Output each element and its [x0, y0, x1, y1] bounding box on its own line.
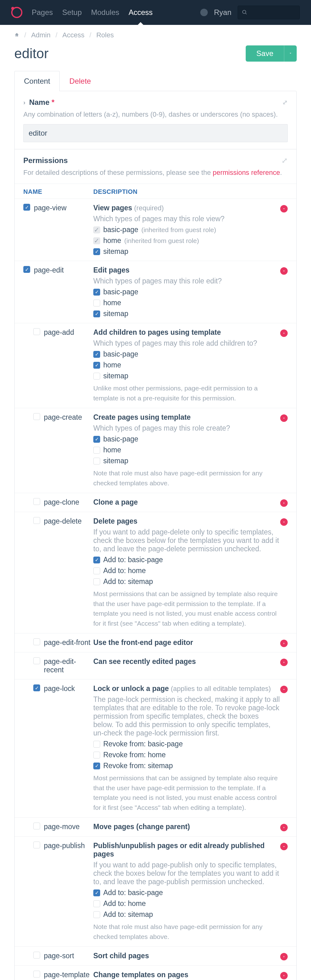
checkbox[interactable]: ✓	[93, 762, 100, 769]
main-nav: Pages Setup Modules Access	[32, 0, 153, 25]
content-panel: › Name * ⤢ Any combination of letters (a…	[14, 91, 297, 980]
checkbox[interactable]	[93, 911, 100, 918]
checkbox[interactable]: ✓	[93, 310, 100, 317]
name-input[interactable]	[23, 124, 288, 142]
nav-access[interactable]: Access	[129, 0, 153, 25]
breadcrumb: / Admin / Access / Roles	[0, 25, 311, 45]
checkbox[interactable]: ✓	[23, 266, 30, 273]
home-icon[interactable]	[14, 31, 19, 39]
bc-roles[interactable]: Roles	[97, 31, 114, 39]
search-icon	[242, 8, 247, 17]
checkbox[interactable]	[93, 741, 100, 748]
checkbox[interactable]	[33, 498, 40, 505]
perm-row-page-edit-recent: page-edit-recent Can see recently edited…	[14, 652, 297, 679]
checkbox[interactable]	[93, 578, 100, 585]
checkbox[interactable]	[93, 568, 100, 574]
bc-admin[interactable]: Admin	[31, 31, 51, 39]
chevron-down-icon	[289, 51, 292, 55]
checkbox[interactable]: ✓	[93, 436, 100, 443]
permissions-header: Permissions ⤢ For detailed descriptions …	[14, 149, 297, 183]
perm-row-page-view: ✓page-view View pages (required) Which t…	[14, 199, 297, 261]
checkbox[interactable]: ✓	[33, 684, 40, 691]
permissions-reference-link[interactable]: permissions reference	[213, 169, 280, 177]
nav-setup[interactable]: Setup	[62, 0, 82, 25]
nav-modules[interactable]: Modules	[91, 0, 119, 25]
search-input[interactable]	[238, 6, 300, 19]
avatar-icon[interactable]	[200, 9, 208, 16]
th-name: NAME	[23, 188, 93, 196]
collapse-icon[interactable]	[280, 843, 288, 850]
checkbox[interactable]	[33, 842, 40, 848]
collapse-icon[interactable]	[280, 267, 288, 275]
expand-icon[interactable]	[280, 659, 288, 666]
checkbox[interactable]: ✓	[93, 226, 100, 233]
perm-row-page-lock: ✓page-lock Lock or unlock a page (applie…	[14, 679, 297, 817]
checkbox[interactable]	[33, 638, 40, 645]
checkbox[interactable]	[33, 970, 40, 977]
checkbox[interactable]	[93, 458, 100, 465]
bc-access[interactable]: Access	[62, 31, 84, 39]
tab-content[interactable]: Content	[14, 71, 60, 91]
checkbox[interactable]	[93, 373, 100, 380]
perm-row-page-create: page-create Create pages using template …	[14, 408, 297, 493]
checkbox[interactable]	[33, 952, 40, 959]
checkbox[interactable]	[93, 900, 100, 907]
expand-icon[interactable]	[280, 824, 288, 831]
collapse-icon[interactable]	[280, 329, 288, 337]
collapse-icon[interactable]	[280, 518, 288, 526]
save-dropdown[interactable]	[284, 45, 297, 62]
maximize-icon[interactable]: ⤢	[282, 99, 288, 106]
page-title: editor	[14, 46, 49, 61]
chevron-right-icon[interactable]: ›	[23, 99, 25, 106]
permissions-desc: For detailed descriptions of these permi…	[23, 169, 213, 177]
perm-row-page-edit: ✓page-edit Edit pages Which types of pag…	[14, 261, 297, 323]
checkbox[interactable]: ✓	[93, 248, 100, 255]
checkbox[interactable]: ✓	[93, 237, 100, 244]
expand-icon[interactable]	[280, 953, 288, 960]
topbar: Pages Setup Modules Access Ryan	[0, 0, 311, 25]
checkbox[interactable]	[33, 657, 40, 664]
maximize-icon[interactable]: ⤢	[281, 156, 288, 165]
checkbox[interactable]	[33, 822, 40, 829]
perm-row-page-add: page-add Add children to pages using tem…	[14, 323, 297, 408]
checkbox[interactable]	[33, 413, 40, 420]
collapse-icon[interactable]	[280, 414, 288, 422]
svg-point-0	[243, 10, 246, 14]
checkbox[interactable]: ✓	[93, 889, 100, 896]
checkbox[interactable]: ✓	[23, 204, 30, 211]
username[interactable]: Ryan	[214, 8, 232, 17]
svg-line-1	[246, 13, 247, 14]
expand-icon[interactable]	[280, 500, 288, 507]
checkbox[interactable]: ✓	[93, 351, 100, 358]
checkbox[interactable]	[93, 447, 100, 453]
name-field: › Name * ⤢ Any combination of letters (a…	[14, 91, 297, 149]
checkbox[interactable]	[33, 517, 40, 524]
save-button[interactable]: Save	[246, 45, 284, 62]
perm-row-page-clone: page-clone Clone a page	[14, 493, 297, 512]
name-label: Name	[29, 98, 49, 107]
perm-row-page-move: page-move Move pages (change parent)	[14, 817, 297, 836]
permissions-title: Permissions	[23, 156, 93, 165]
perm-row-page-publish: page-publish Publish/unpublish pages or …	[14, 836, 297, 947]
checkbox[interactable]	[93, 300, 100, 307]
logo-icon	[11, 7, 22, 18]
checkbox[interactable]	[93, 752, 100, 759]
perm-row-page-sort: page-sort Sort child pages	[14, 947, 297, 966]
expand-icon[interactable]	[280, 640, 288, 647]
th-desc: DESCRIPTION	[93, 188, 138, 196]
checkbox[interactable]: ✓	[93, 557, 100, 563]
expand-icon[interactable]	[280, 972, 288, 979]
tab-delete[interactable]: Delete	[60, 71, 100, 91]
perm-row-page-delete: page-delete Delete pages If you want to …	[14, 512, 297, 633]
name-help: Any combination of letters (a-z), number…	[23, 110, 288, 119]
collapse-icon[interactable]	[280, 686, 288, 693]
checkbox[interactable]: ✓	[93, 362, 100, 369]
perm-row-page-template: page-template Change templates on pages	[14, 966, 297, 980]
perm-row-page-edit-front: page-edit-front Use the front-end page e…	[14, 633, 297, 652]
checkbox[interactable]: ✓	[93, 289, 100, 296]
table-header: NAME DESCRIPTION	[14, 183, 297, 199]
checkbox[interactable]	[33, 328, 40, 335]
collapse-icon[interactable]	[280, 205, 288, 213]
nav-pages[interactable]: Pages	[32, 0, 53, 25]
